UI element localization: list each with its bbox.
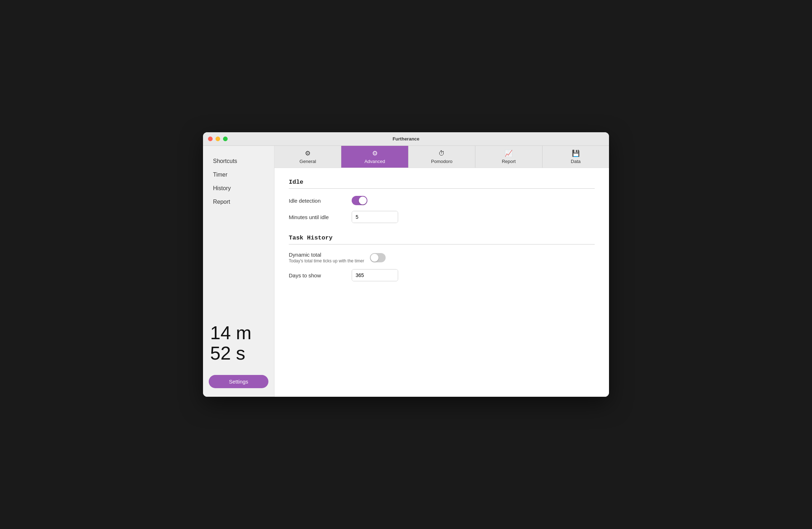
tab-data[interactable]: 💾 Data	[543, 146, 609, 168]
main-content: ⚙ General ⚙ Advanced ⏱ Pomodoro 📈 Report…	[274, 146, 609, 397]
tab-general[interactable]: ⚙ General	[274, 146, 341, 168]
sidebar-item-report[interactable]: Report	[206, 196, 271, 208]
tab-advanced[interactable]: ⚙ Advanced	[341, 146, 408, 168]
sidebar-nav: Shortcuts Timer History Report	[203, 152, 274, 317]
idle-detection-toggle[interactable]	[352, 196, 367, 205]
tab-report[interactable]: 📈 Report	[475, 146, 542, 168]
sidebar: Shortcuts Timer History Report 14 m 52 s	[203, 146, 274, 397]
dynamic-total-label: Dynamic total	[289, 252, 364, 258]
timer-icon: ⏱	[439, 150, 445, 157]
days-to-show-spinner: ▲ ▼	[352, 269, 398, 281]
timer-display: 14 m 52 s	[210, 323, 267, 364]
gear-icon-advanced: ⚙	[372, 149, 378, 157]
timer-display-area: 14 m 52 s	[203, 317, 274, 371]
minimize-button[interactable]	[216, 137, 220, 141]
idle-section-title: Idle	[289, 179, 595, 189]
minutes-until-idle-spinner: ▲ ▼	[352, 211, 398, 223]
days-to-show-label: Days to show	[289, 272, 346, 278]
content-area: Idle Idle detection Minutes until idle ▲…	[274, 168, 609, 397]
tab-bar: ⚙ General ⚙ Advanced ⏱ Pomodoro 📈 Report…	[274, 146, 609, 168]
dynamic-total-description: Today's total time ticks up with the tim…	[289, 258, 364, 263]
task-history-section: Task History Dynamic total Today's total…	[289, 234, 595, 281]
days-to-show-row: Days to show ▲ ▼	[289, 269, 595, 281]
minutes-until-idle-label: Minutes until idle	[289, 214, 346, 220]
dynamic-total-toggle[interactable]	[370, 253, 386, 262]
close-button[interactable]	[208, 137, 213, 141]
idle-detection-label: Idle detection	[289, 198, 346, 204]
task-history-section-title: Task History	[289, 234, 595, 244]
traffic-lights	[208, 137, 228, 141]
titlebar: Furtherance	[203, 132, 609, 146]
gear-icon: ⚙	[305, 149, 311, 157]
dynamic-total-row: Dynamic total Today's total time ticks u…	[289, 252, 595, 263]
app-window: Furtherance Shortcuts Timer History Repo…	[203, 132, 609, 397]
timer-minutes: 14 m	[210, 323, 267, 343]
maximize-button[interactable]	[223, 137, 228, 141]
days-to-show-input[interactable]	[352, 270, 398, 281]
dynamic-total-label-group: Dynamic total Today's total time ticks u…	[289, 252, 364, 263]
app-body: Shortcuts Timer History Report 14 m 52 s	[203, 146, 609, 397]
sidebar-item-history[interactable]: History	[206, 182, 271, 194]
report-icon: 📈	[505, 149, 513, 157]
window-title: Furtherance	[392, 136, 419, 142]
settings-button[interactable]: Settings	[209, 375, 268, 388]
idle-section: Idle Idle detection Minutes until idle ▲…	[289, 179, 595, 223]
minutes-until-idle-row: Minutes until idle ▲ ▼	[289, 211, 595, 223]
sidebar-item-shortcuts[interactable]: Shortcuts	[206, 155, 271, 167]
timer-seconds: 52 s	[210, 343, 267, 364]
sidebar-item-timer[interactable]: Timer	[206, 169, 271, 181]
data-icon: 💾	[572, 149, 580, 157]
tab-pomodoro[interactable]: ⏱ Pomodoro	[409, 146, 475, 168]
minutes-until-idle-input[interactable]	[352, 211, 398, 223]
idle-detection-row: Idle detection	[289, 196, 595, 205]
